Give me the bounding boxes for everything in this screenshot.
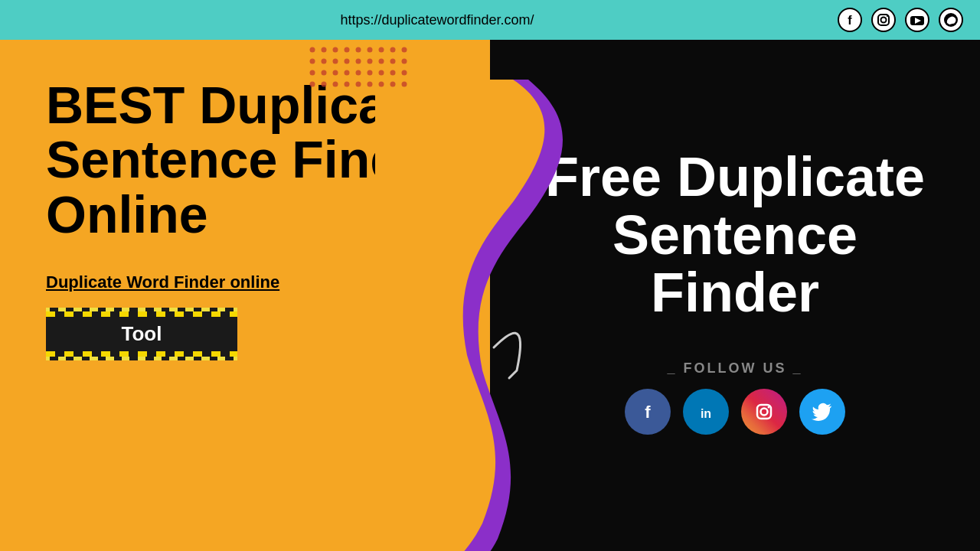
top-instagram-icon[interactable] — [870, 6, 897, 34]
svg-rect-14 — [398, 474, 467, 528]
main-heading: BEST Duplicate Sentence Finder Online — [46, 78, 459, 242]
dots-decoration-top — [302, 40, 403, 98]
top-whatsapp-icon[interactable] — [937, 6, 965, 34]
svg-text:f: f — [848, 14, 852, 27]
top-youtube-icon[interactable] — [903, 6, 931, 34]
left-panel: BEST Duplicate Sentence Finder Online Du… — [0, 40, 490, 551]
duplicate-word-finder-link[interactable]: Duplicate Word Finder online — [46, 272, 459, 292]
svg-point-2 — [872, 8, 895, 31]
svg-point-18 — [761, 408, 768, 415]
facebook-icon[interactable]: f — [625, 389, 671, 435]
top-social-icons: f — [836, 6, 965, 34]
twitter-icon[interactable] — [799, 389, 845, 435]
follow-us-section: FOLLOW US f in — [625, 360, 845, 435]
tool-button[interactable]: Tool — [46, 308, 237, 360]
follow-us-label: FOLLOW US — [667, 360, 802, 377]
svg-rect-12 — [309, 46, 408, 92]
svg-point-19 — [768, 406, 770, 408]
right-panel: Free Duplicate Sentence Finder FOLLOW US… — [490, 40, 980, 551]
svg-point-5 — [887, 15, 888, 17]
url-bar: https://duplicatewordfinder.com/ — [38, 12, 836, 28]
svg-text:in: in — [701, 407, 711, 420]
instagram-icon[interactable] — [741, 389, 787, 435]
social-icons-row: f in — [625, 389, 845, 435]
main-content: BEST Duplicate Sentence Finder Online Du… — [0, 40, 980, 551]
linkedin-icon[interactable]: in — [683, 389, 729, 435]
top-facebook-icon[interactable]: f — [836, 6, 864, 34]
right-heading: Free Duplicate Sentence Finder — [521, 148, 949, 322]
top-bar: https://duplicatewordfinder.com/ f — [0, 0, 980, 40]
dots-decoration-bottom — [398, 474, 459, 520]
svg-text:f: f — [645, 403, 651, 422]
